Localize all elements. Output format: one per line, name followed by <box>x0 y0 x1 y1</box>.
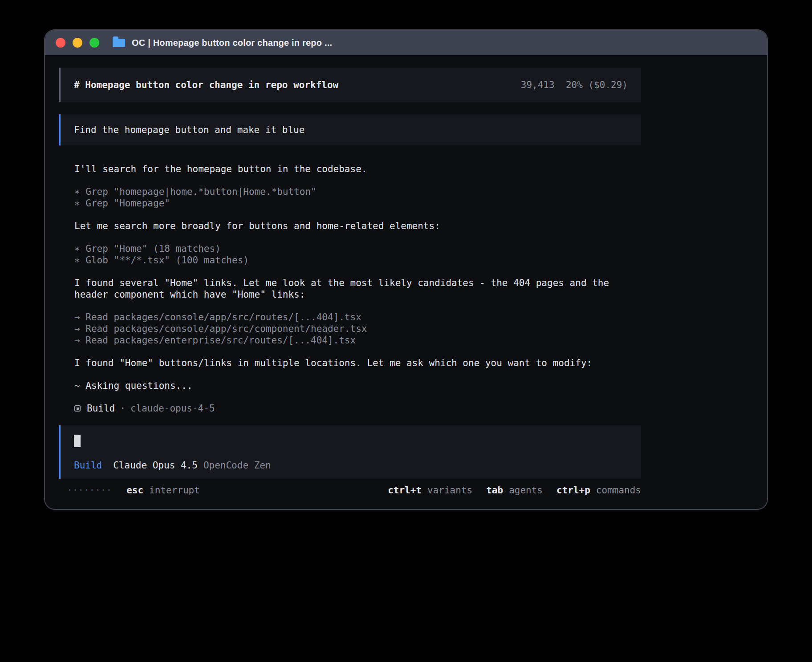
grep-tool-call: ∗ Grep "Homepage" <box>74 198 642 209</box>
minimize-button[interactable] <box>73 38 82 48</box>
agent-model: claude-opus-4-5 <box>130 403 215 414</box>
input-meta-row: Build Claude Opus 4.5 OpenCode Zen <box>74 460 628 471</box>
tool-call-group: ∗ Grep "Home" (18 matches) ∗ Glob "**/*.… <box>74 243 642 266</box>
grep-tool-call: ∗ Grep "homepage|home.*button|Home.*butt… <box>74 186 642 198</box>
agent-status-row: Build · claude-opus-4-5 <box>74 403 642 414</box>
glob-tool-call: ∗ Glob "**/*.tsx" (100 matches) <box>74 254 642 266</box>
shortcut-agents: tab agents <box>486 485 543 496</box>
read-tool-call: → Read packages/console/app/src/routes/[… <box>74 311 642 323</box>
title-bar: OC | Homepage button color change in rep… <box>45 30 767 55</box>
session-title: # Homepage button color change in repo w… <box>74 80 338 90</box>
mode-indicator: Build <box>74 460 102 471</box>
shortcut-label: commands <box>596 485 641 496</box>
agent-name: Build <box>87 403 115 414</box>
terminal-window: OC | Homepage button color change in rep… <box>44 29 768 510</box>
model-indicator: Claude Opus 4.5 <box>113 460 198 471</box>
tool-call-group: ∗ Grep "homepage|home.*button|Home.*butt… <box>74 186 642 209</box>
shortcut-label: variants <box>427 485 472 496</box>
session-stats: 39,413 20% ($0.29) <box>521 80 628 90</box>
read-tool-call: → Read packages/enterprise/src/routes/[.… <box>74 335 642 346</box>
assistant-transcript: I'll search for the homepage button in t… <box>74 163 642 414</box>
assistant-text: Let me search more broadly for buttons a… <box>74 220 642 232</box>
zoom-button[interactable] <box>89 38 99 48</box>
terminal-content: # Homepage button color change in repo w… <box>45 55 767 496</box>
assistant-text: I found several "Home" links. Let me loo… <box>74 277 642 300</box>
shortcut-key: tab <box>486 485 503 496</box>
window-title: OC | Homepage button color change in rep… <box>132 38 332 48</box>
grep-tool-call: ∗ Grep "Home" (18 matches) <box>74 243 642 254</box>
close-button[interactable] <box>56 38 65 48</box>
assistant-text: I found "Home" buttons/links in multiple… <box>74 357 642 369</box>
user-message: Find the homepage button and make it blu… <box>59 114 641 145</box>
folder-icon <box>113 39 125 47</box>
progress-dots: ········ <box>67 485 112 496</box>
interrupt-label: interrupt <box>149 485 200 496</box>
status-bar: ········ esc interrupt ctrl+t variants t… <box>67 485 641 496</box>
agent-icon <box>74 405 81 412</box>
assistant-text: I'll search for the homepage button in t… <box>74 163 642 175</box>
text-cursor[interactable] <box>74 435 81 447</box>
tool-call-group: → Read packages/console/app/src/routes/[… <box>74 311 642 346</box>
provider-indicator: OpenCode Zen <box>203 460 271 471</box>
shortcut-label: agents <box>509 485 543 496</box>
shortcut-key: ctrl+p <box>556 485 590 496</box>
shortcut-hints: ctrl+t variants tab agents ctrl+p comman… <box>374 485 641 496</box>
asking-status: ~ Asking questions... <box>74 380 642 392</box>
esc-key-hint: esc <box>126 485 143 496</box>
shortcut-commands: ctrl+p commands <box>556 485 641 496</box>
prompt-input[interactable]: Build Claude Opus 4.5 OpenCode Zen <box>59 425 641 479</box>
read-tool-call: → Read packages/console/app/src/componen… <box>74 323 642 335</box>
shortcut-variants: ctrl+t variants <box>388 485 472 496</box>
shortcut-key: ctrl+t <box>388 485 422 496</box>
user-message-text: Find the homepage button and make it blu… <box>74 125 304 135</box>
session-header: # Homepage button color change in repo w… <box>59 68 641 102</box>
agent-separator: · <box>120 403 126 414</box>
